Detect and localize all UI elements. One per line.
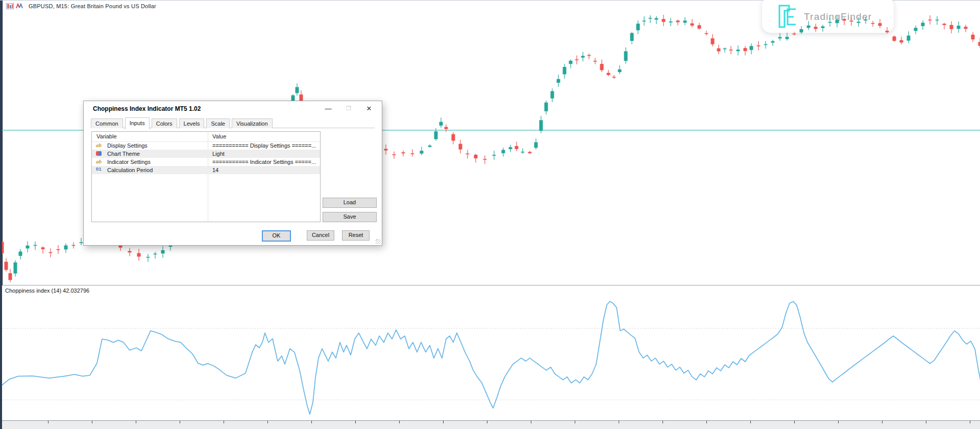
value-cell[interactable]: Light (212, 151, 225, 157)
table-header: Variable Value (92, 132, 320, 142)
variable-cell: Calculation Period (107, 167, 153, 173)
chart-titlebar: GBPUSD, M15: Great Britain Pound vs US D… (3, 1, 980, 12)
time-tick (970, 421, 970, 423)
mt5-chart-window: TradingFinder GBPUSD, M15: Great Britain… (0, 0, 980, 429)
ab-icon: ab (96, 158, 105, 165)
choppiness-line (2, 301, 980, 414)
indicator-chart-canvas[interactable] (2, 285, 980, 421)
time-tick (92, 421, 92, 423)
time-axis[interactable] (2, 420, 980, 429)
time-tick (487, 421, 487, 423)
numeric-icon: 01 (96, 166, 105, 173)
variable-cell: Display Settings (107, 142, 148, 149)
tab-visualization[interactable]: Visualization (232, 118, 273, 128)
column-header-value: Value (212, 133, 226, 139)
dialog-title: Choppiness Index Indicator MT5 1.02 (93, 105, 201, 112)
save-button[interactable]: Save (323, 212, 377, 222)
cancel-button[interactable]: Cancel (307, 230, 334, 241)
time-tick (48, 421, 48, 423)
indicator-subwindow: Choppiness index (14) 42.032796 (2, 285, 980, 421)
minimize-button[interactable]: — (321, 103, 336, 114)
tab-levels[interactable]: Levels (179, 118, 205, 128)
time-tick (443, 421, 444, 423)
ab-icon: ab (96, 142, 105, 149)
table-row[interactable]: 01 Calculation Period 14 (92, 166, 320, 174)
table-row[interactable]: Chart Theme Light (92, 150, 320, 158)
tab-inputs[interactable]: Inputs (125, 117, 150, 130)
table-row[interactable]: ab Indicator Settings =========== Indica… (92, 158, 320, 166)
bar-chart-icon (6, 3, 14, 9)
variable-cell: Indicator Settings (107, 159, 151, 165)
time-tick (663, 421, 663, 423)
variable-cell: Chart Theme (107, 151, 140, 157)
time-tick (355, 421, 356, 423)
value-cell[interactable]: =========== Indicator Settings =====... (212, 159, 316, 165)
time-tick (399, 421, 400, 423)
line-chart-icon (16, 3, 23, 9)
time-tick (619, 421, 619, 423)
column-header-variable: Variable (96, 133, 117, 139)
time-tick (180, 421, 180, 423)
dialog-titlebar[interactable]: Choppiness Index Indicator MT5 1.02 — ❐ … (84, 101, 382, 116)
time-tick (794, 421, 795, 423)
resize-grip[interactable] (376, 239, 381, 244)
ok-button[interactable]: OK (262, 230, 291, 242)
symbol-label: GBPUSD, M15: Great Britain Pound vs US D… (29, 3, 156, 9)
time-tick (224, 421, 224, 423)
theme-icon (96, 150, 105, 157)
indicator-label: Choppiness index (14) 42.032796 (5, 288, 89, 294)
indicator-properties-dialog[interactable]: Choppiness Index Indicator MT5 1.02 — ❐ … (83, 101, 382, 246)
maximize-button[interactable]: ❐ (341, 103, 356, 114)
time-tick (267, 421, 268, 423)
time-tick (926, 421, 926, 423)
tab-colors[interactable]: Colors (152, 118, 177, 128)
time-tick (531, 421, 531, 423)
time-tick (706, 421, 707, 423)
reset-button[interactable]: Reset (342, 230, 370, 241)
time-tick (575, 421, 575, 423)
time-tick (136, 421, 136, 423)
value-cell[interactable]: =========== Display Settings ======... (212, 142, 316, 149)
table-row[interactable]: ab Display Settings =========== Display … (92, 141, 320, 150)
value-cell[interactable]: 14 (212, 167, 218, 173)
load-button[interactable]: Load (323, 198, 377, 208)
time-tick (311, 421, 312, 423)
time-tick (882, 421, 883, 423)
dialog-tabs: Common Inputs Colors Levels Scale Visual… (91, 117, 375, 128)
tab-common[interactable]: Common (91, 118, 123, 128)
close-button[interactable]: ✕ (361, 103, 377, 114)
inputs-table: Variable Value ab Display Settings =====… (91, 131, 321, 222)
time-tick (838, 421, 839, 423)
time-tick (750, 421, 751, 423)
tab-scale[interactable]: Scale (206, 118, 230, 128)
